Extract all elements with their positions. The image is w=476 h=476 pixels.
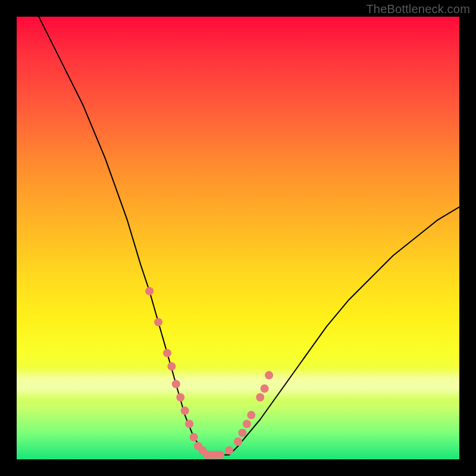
marker-dot xyxy=(216,451,224,459)
chart-frame: TheBottleneck.com xyxy=(0,0,476,476)
marker-dot xyxy=(145,287,154,295)
curve-layer xyxy=(17,17,459,459)
marker-dot xyxy=(199,446,207,455)
marker-dot xyxy=(261,384,269,393)
marker-dot xyxy=(265,371,273,380)
marker-dot xyxy=(212,451,220,459)
marker-dot xyxy=(167,362,176,371)
marker-dot xyxy=(203,451,211,459)
highlight-band xyxy=(17,368,459,400)
marker-dot xyxy=(194,442,202,450)
plot-area xyxy=(17,17,459,459)
marker-dot xyxy=(154,318,162,326)
watermark-text: TheBottleneck.com xyxy=(366,2,470,16)
marker-dot xyxy=(247,411,255,419)
marker-dot xyxy=(181,406,189,415)
marker-dot xyxy=(172,380,180,389)
marker-dot xyxy=(207,451,215,459)
marker-dot xyxy=(256,393,264,402)
marker-dot xyxy=(225,446,233,455)
marker-dot xyxy=(243,420,251,428)
marker-dot xyxy=(176,393,184,402)
marker-dot xyxy=(234,437,242,446)
marker-dot xyxy=(163,349,171,357)
marker-dot xyxy=(190,433,198,441)
marker-dot xyxy=(238,428,246,437)
marker-dot xyxy=(185,420,193,428)
bottleneck-curve xyxy=(39,17,459,455)
